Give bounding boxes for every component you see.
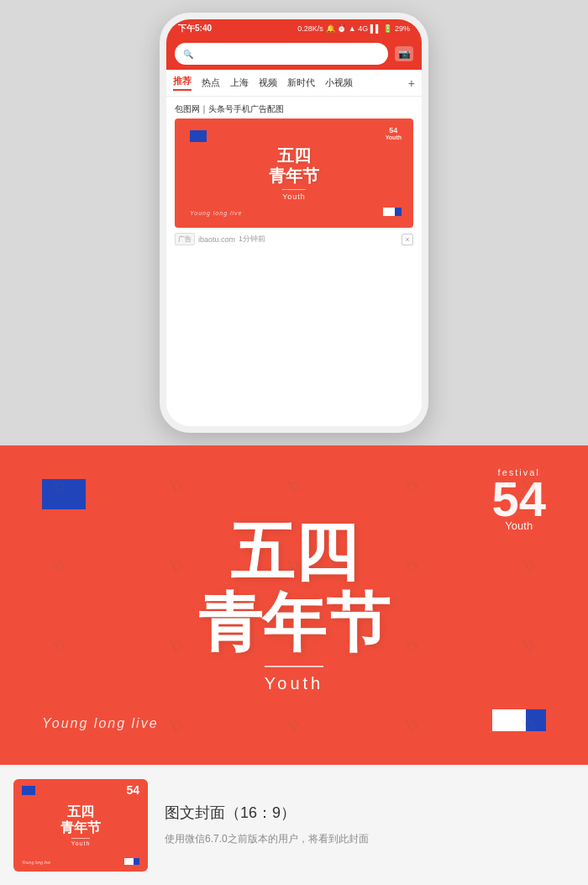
main-title-line2: 青年节 — [198, 587, 390, 658]
nav-add-button[interactable]: + — [408, 76, 415, 90]
search-input[interactable]: 🔍 — [175, 43, 388, 65]
phone-banner: 54 Youth 五四 青年节 Youth Young long live — [175, 119, 413, 228]
tab-short-video[interactable]: 小视频 — [325, 76, 353, 89]
thumb-flag-right — [124, 858, 139, 865]
main-banner-flag — [42, 479, 86, 509]
nav-tabs: 推荐 热点 上海 视频 新时代 小视频 + — [166, 70, 422, 97]
main-banner-54: festival 54 Youth — [491, 469, 546, 531]
network-speed: 0.28K/s — [297, 24, 323, 33]
thumb-title-line1: 五四 — [60, 803, 101, 819]
phone-section: 下午5:40 0.28K/s 🔔 ⏰ ▲ 4G ▌▌ 🔋 29% 🔍 📷 推荐 … — [0, 0, 588, 445]
thumb-flag — [22, 786, 35, 795]
status-right: 0.28K/s 🔔 ⏰ ▲ 4G ▌▌ 🔋 29% — [297, 24, 410, 33]
thumb-long-live: Young long live — [22, 860, 50, 865]
icons-placeholder: 🔔 ⏰ ▲ 4G ▌▌ 🔋 — [326, 24, 392, 33]
phone-title-line1: 五四 — [269, 145, 319, 166]
phone-54-youth: Youth — [386, 134, 402, 140]
main-title-line1: 五四 — [198, 517, 390, 587]
tab-shanghai[interactable]: 上海 — [230, 76, 249, 89]
watermark-cell: b — [0, 501, 129, 629]
main-banner-youth: Youth — [265, 666, 323, 693]
phone-banner-youth: Youth — [282, 189, 306, 201]
watermark-cell: b — [0, 661, 129, 765]
tab-hot[interactable]: 热点 — [202, 76, 220, 89]
cover-type-label: 图文封面（16：9） — [165, 803, 575, 823]
watermark-cell: b — [459, 581, 588, 709]
phone-banner-54: 54 Youth — [386, 127, 402, 140]
watermark-cell: b — [106, 661, 248, 765]
tab-recommend[interactable]: 推荐 — [173, 75, 192, 91]
ad-label: 广告 ibaotu.com 1分钟前 × — [166, 228, 422, 250]
bottom-thumbnail: 54 五四 青年节 Youth Young long live — [13, 779, 148, 872]
phone-title-line2: 青年节 — [269, 166, 319, 186]
main-banner-flag-right — [492, 709, 546, 731]
thumb-title: 五四 青年节 — [60, 803, 101, 835]
phone-54-number: 54 — [386, 127, 402, 134]
ad-badge: 广告 — [175, 233, 195, 245]
ad-source: ibaotu.com — [198, 235, 235, 244]
status-bar: 下午5:40 0.28K/s 🔔 ⏰ ▲ 4G ▌▌ 🔋 29% — [166, 19, 422, 38]
thumb-54: 54 — [126, 784, 139, 796]
status-time: 下午5:40 — [178, 23, 212, 34]
search-bar: 🔍 📷 — [166, 38, 422, 70]
phone-banner-long-live: Young long live — [190, 210, 242, 216]
tab-video[interactable]: 视频 — [259, 76, 277, 89]
phone-mockup: 下午5:40 0.28K/s 🔔 ⏰ ▲ 4G ▌▌ 🔋 29% 🔍 📷 推荐 … — [160, 13, 428, 433]
bottom-section: 54 五四 青年节 Youth Young long live 图文封面（16：… — [0, 765, 588, 885]
bottom-info: 图文封面（16：9） 使用微信6.7.0之前版本的用户，将看到此封面 — [165, 803, 575, 847]
ad-headline: 包图网｜头条号手机广告配图 — [166, 97, 422, 119]
thumb-youth: Youth — [71, 838, 91, 846]
main-banner-title: 五四 青年节 — [198, 517, 390, 657]
search-icon: 🔍 — [183, 50, 193, 59]
watermark-cell: b — [341, 661, 483, 765]
watermark-cell: b — [0, 581, 129, 709]
camera-icon[interactable]: 📷 — [395, 46, 413, 61]
phone-banner-flag-right — [383, 208, 402, 216]
ad-time: 1分钟前 — [239, 234, 265, 245]
camera-symbol: 📷 — [398, 48, 411, 60]
tab-new-era[interactable]: 新时代 — [287, 76, 315, 89]
phone-banner-title: 五四 青年节 — [269, 145, 319, 186]
ad-close-button[interactable]: × — [402, 234, 413, 245]
phone-banner-flag — [190, 130, 207, 142]
main-banner: b b b b b b b b b b b b b b b b b b b b … — [0, 445, 588, 765]
main-banner-long-live: Young long live — [42, 716, 159, 731]
main-54-number: 54 — [491, 471, 546, 526]
battery-level: 29% — [395, 24, 410, 33]
cover-description: 使用微信6.7.0之前版本的用户，将看到此封面 — [165, 831, 575, 847]
thumb-title-line2: 青年节 — [60, 819, 101, 835]
